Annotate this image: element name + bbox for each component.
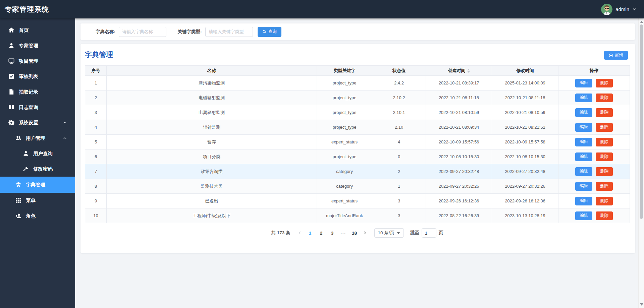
cell-no: 4 xyxy=(85,120,107,135)
sidebar-item-菜单[interactable]: 菜单 xyxy=(0,193,75,208)
edit-button[interactable]: 编辑 xyxy=(575,167,592,176)
cell-type: project_type xyxy=(317,76,372,90)
table-row: 8监测技术类category12022-09-27 20:32:262022-0… xyxy=(85,179,630,194)
table-row: 9已退出expert_status32022-09-26 16:12:36202… xyxy=(85,194,630,208)
column-header: 类型关键字 xyxy=(317,66,372,76)
cell-created: 2022-10-21 08:10:59 xyxy=(426,105,492,120)
edit-button[interactable]: 编辑 xyxy=(575,197,592,205)
sidebar-item-日志查询[interactable]: 日志查询 xyxy=(0,100,75,115)
table-row: 6项目分类project_type02022-10-08 10:15:30202… xyxy=(85,149,630,164)
cell-actions: 编辑删除 xyxy=(558,149,630,164)
cell-no: 2 xyxy=(85,90,107,105)
user-menu[interactable]: admin xyxy=(601,4,637,15)
column-header[interactable]: 创建时间 xyxy=(426,66,492,76)
user-icon xyxy=(23,150,29,157)
delete-button[interactable]: 删除 xyxy=(596,152,613,161)
dict-name-input[interactable] xyxy=(119,27,166,37)
page-number-3[interactable]: 3 xyxy=(328,229,337,237)
panel-header: 字典管理 新增 xyxy=(80,44,635,65)
cell-status: 2 xyxy=(372,164,426,179)
cell-type: project_type xyxy=(317,149,372,164)
book-icon xyxy=(8,104,14,110)
cell-status: 2.10.2 xyxy=(372,90,426,105)
sidebar-item-label: 系统设置 xyxy=(19,120,38,126)
cell-modified: 2022-09-26 16:12:36 xyxy=(492,194,558,208)
delete-button[interactable]: 删除 xyxy=(596,211,613,220)
sidebar-item-首页[interactable]: 首页 xyxy=(0,22,75,38)
delete-button[interactable]: 删除 xyxy=(596,197,613,205)
cell-actions: 编辑删除 xyxy=(558,208,630,223)
sidebar-item-专家管理[interactable]: 专家管理 xyxy=(0,38,75,53)
sidebar-item-抽取记录[interactable]: 抽取记录 xyxy=(0,84,75,100)
sidebar-item-审核列表[interactable]: 审核列表 xyxy=(0,69,75,84)
edit-button[interactable]: 编辑 xyxy=(575,108,592,117)
edit-button[interactable]: 编辑 xyxy=(575,94,592,102)
jump-page-input[interactable] xyxy=(422,228,436,238)
cell-no: 1 xyxy=(85,76,107,90)
cell-modified: 2022-09-27 20:32:48 xyxy=(492,164,558,179)
delete-button[interactable]: 删除 xyxy=(596,79,613,87)
page-size-select[interactable]: 10 条/页 xyxy=(374,228,404,238)
delete-button[interactable]: 删除 xyxy=(596,182,613,191)
cell-created: 2022-10-21 08:09:34 xyxy=(426,120,492,135)
cell-actions: 编辑删除 xyxy=(558,76,630,90)
vertical-scrollbar[interactable] xyxy=(638,18,644,308)
delete-button[interactable]: 删除 xyxy=(596,123,613,132)
dictionary-panel: 字典管理 新增 序号名称类型关键字状态值创建时间修改时间操作 1新污染物监测pr… xyxy=(80,44,635,253)
next-page-button[interactable] xyxy=(361,229,369,237)
cell-created: 2022-09-26 16:12:36 xyxy=(426,194,492,208)
avatar[interactable] xyxy=(601,4,612,15)
sidebar-item-label: 字典管理 xyxy=(26,182,45,188)
chevron-up-icon[interactable] xyxy=(63,121,67,125)
grid-icon xyxy=(15,197,21,203)
sort-carets-icon[interactable] xyxy=(467,69,470,73)
scroll-up-icon[interactable] xyxy=(640,21,643,23)
delete-button[interactable]: 删除 xyxy=(596,167,613,176)
sidebar-item-系统设置[interactable]: 系统设置 xyxy=(0,115,75,130)
search-button[interactable]: 查询 xyxy=(258,27,281,37)
edit-button[interactable]: 编辑 xyxy=(575,182,592,191)
cell-no: 7 xyxy=(85,164,107,179)
delete-button[interactable]: 删除 xyxy=(596,108,613,117)
edit-button[interactable]: 编辑 xyxy=(575,152,592,161)
table-row: 3电离辐射监测project_type2.10.12022-10-21 08:1… xyxy=(85,105,630,120)
edit-button[interactable]: 编辑 xyxy=(575,211,592,220)
chevron-up-icon[interactable] xyxy=(63,136,67,140)
sidebar-item-修改密码[interactable]: 修改密码 xyxy=(0,161,75,177)
cell-name: 电离辐射监测 xyxy=(107,105,317,120)
sidebar-item-用户查询[interactable]: 用户查询 xyxy=(0,146,75,161)
page-number-18[interactable]: 18 xyxy=(350,229,359,237)
sidebar-item-项目管理[interactable]: 项目管理 xyxy=(0,53,75,69)
column-header: 操作 xyxy=(558,66,630,76)
scrollbar-thumb[interactable] xyxy=(640,24,643,219)
sidebar-item-字典管理[interactable]: 字典管理 xyxy=(0,177,75,193)
cell-created: 2022-10-08 10:15:30 xyxy=(426,149,492,164)
page-number-2[interactable]: 2 xyxy=(317,229,326,237)
cell-actions: 编辑删除 xyxy=(558,194,630,208)
sidebar-item-角色[interactable]: 角色 xyxy=(0,208,75,224)
edit-button[interactable]: 编辑 xyxy=(575,123,592,132)
column-header: 修改时间 xyxy=(492,66,558,76)
add-button[interactable]: 新增 xyxy=(604,51,628,60)
prev-page-button[interactable] xyxy=(296,229,304,237)
sidebar-item-label: 项目管理 xyxy=(19,58,38,64)
cell-actions: 编辑删除 xyxy=(558,105,630,120)
cell-status: 2.10.1 xyxy=(372,105,426,120)
delete-button[interactable]: 删除 xyxy=(596,138,613,146)
page-number-1[interactable]: 1 xyxy=(306,229,315,237)
pagination-total: 共 173 条 xyxy=(271,230,290,236)
main-content: 字典名称: 关键字类型: 查询 字典管理 新增 序号名称类 xyxy=(75,18,638,308)
edit-button[interactable]: 编辑 xyxy=(575,138,592,146)
sidebar-item-用户管理[interactable]: 用户管理 xyxy=(0,130,75,146)
keyword-type-input[interactable] xyxy=(205,27,253,37)
cell-name: 电磁辐射监测 xyxy=(107,90,317,105)
page-title: 字典管理 xyxy=(85,50,113,59)
cell-modified: 2023-10-13 10:28:19 xyxy=(492,208,558,223)
table-row: 10工程师(中级)及以下majorTitleAndRank32022-08-22… xyxy=(85,208,630,223)
sidebar-item-label: 修改密码 xyxy=(33,166,53,172)
cell-modified: 2022-09-27 20:32:26 xyxy=(492,179,558,194)
edit-button[interactable]: 编辑 xyxy=(575,79,592,87)
scroll-down-icon[interactable] xyxy=(640,303,643,306)
delete-button[interactable]: 删除 xyxy=(596,94,613,102)
search-icon xyxy=(262,29,267,34)
